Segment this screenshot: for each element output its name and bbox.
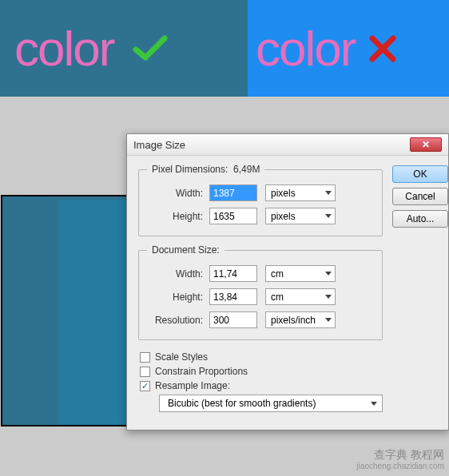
doc-height-input[interactable] <box>209 288 257 305</box>
resample-image-checkbox[interactable] <box>140 381 150 391</box>
pixel-height-label: Height: <box>147 211 209 222</box>
check-icon <box>133 35 168 62</box>
doc-width-unit-value: cm <box>271 268 284 280</box>
banner-right-panel: color <box>248 0 449 97</box>
doc-height-label: Height: <box>147 292 209 303</box>
scale-styles-row[interactable]: Scale Styles <box>140 351 383 363</box>
top-banner: color color <box>0 0 449 97</box>
chevron-down-icon <box>325 272 332 276</box>
pixel-height-row: Height: pixels <box>147 208 374 224</box>
pixel-dimensions-legend: Pixel Dimensions: 6,49M <box>147 164 264 175</box>
watermark: 查字典 教程网 jiaocheng.chazidian.com <box>356 448 444 471</box>
doc-width-input[interactable] <box>209 265 257 282</box>
resample-image-label: Resample Image: <box>155 380 230 391</box>
color-text-right: color <box>256 20 355 77</box>
dialog-right-column: OK Cancel Auto... <box>392 164 448 418</box>
checkbox-group: Scale Styles Constrain Proportions Resam… <box>138 348 383 418</box>
watermark-line2: jiaocheng.chazidian.com <box>356 462 444 471</box>
cancel-button[interactable]: Cancel <box>392 188 448 205</box>
resolution-unit-select[interactable]: pixels/inch <box>265 311 336 328</box>
chevron-down-icon <box>325 318 332 322</box>
resolution-label: Resolution: <box>147 315 209 326</box>
pixel-width-unit-value: pixels <box>271 188 296 199</box>
pixel-width-unit-select[interactable]: pixels <box>265 184 336 201</box>
watermark-line1: 查字典 教程网 <box>356 448 444 462</box>
pixel-height-unit-select[interactable]: pixels <box>265 208 336 224</box>
constrain-proportions-checkbox[interactable] <box>140 367 150 377</box>
file-size-text: 6,49M <box>233 164 260 175</box>
document-size-group: Document Size: Width: cm Height: cm <box>138 244 383 340</box>
doc-height-unit-select[interactable]: cm <box>265 288 336 305</box>
pixel-dimensions-group: Pixel Dimensions: 6,49M Width: pixels He… <box>138 164 383 236</box>
auto-button[interactable]: Auto... <box>392 210 448 228</box>
pixel-width-input[interactable] <box>209 184 257 201</box>
constrain-proportions-row[interactable]: Constrain Proportions <box>140 366 383 377</box>
chevron-down-icon <box>325 295 332 299</box>
resolution-row: Resolution: pixels/inch <box>147 311 374 328</box>
dialog-body: Pixel Dimensions: 6,49M Width: pixels He… <box>127 156 448 430</box>
cross-icon <box>369 35 396 62</box>
pixel-width-label: Width: <box>147 188 209 199</box>
resample-image-row[interactable]: Resample Image: <box>140 380 383 391</box>
resolution-input[interactable] <box>209 311 257 328</box>
close-button[interactable]: ✕ <box>410 137 442 152</box>
ok-button[interactable]: OK <box>392 165 448 183</box>
dialog-left-column: Pixel Dimensions: 6,49M Width: pixels He… <box>138 164 383 418</box>
dialog-title: Image Size <box>133 139 185 151</box>
doc-height-row: Height: cm <box>147 288 374 305</box>
resample-method-select[interactable]: Bicubic (best for smooth gradients) <box>159 395 383 412</box>
banner-left-panel: color <box>0 0 248 97</box>
resolution-unit-value: pixels/inch <box>271 315 316 326</box>
constrain-proportions-label: Constrain Proportions <box>155 366 248 377</box>
chevron-down-icon <box>371 402 377 406</box>
close-icon: ✕ <box>422 139 430 150</box>
color-text-left: color <box>14 20 113 77</box>
doc-width-unit-select[interactable]: cm <box>265 265 336 282</box>
scale-styles-checkbox[interactable] <box>140 352 150 363</box>
chevron-down-icon <box>325 214 332 218</box>
pixel-width-row: Width: pixels <box>147 184 374 201</box>
image-size-dialog: Image Size ✕ Pixel Dimensions: 6,49M Wid… <box>126 133 449 430</box>
doc-width-row: Width: cm <box>147 265 374 282</box>
resample-method-value: Bicubic (best for smooth gradients) <box>168 398 316 409</box>
doc-width-label: Width: <box>147 268 209 280</box>
scale-styles-label: Scale Styles <box>155 351 208 363</box>
dialog-titlebar[interactable]: Image Size ✕ <box>127 134 448 156</box>
pixel-height-input[interactable] <box>209 208 257 224</box>
chevron-down-icon <box>325 191 332 195</box>
document-size-legend: Document Size: <box>147 244 224 256</box>
doc-height-unit-value: cm <box>271 292 284 303</box>
pixel-height-unit-value: pixels <box>271 211 296 222</box>
